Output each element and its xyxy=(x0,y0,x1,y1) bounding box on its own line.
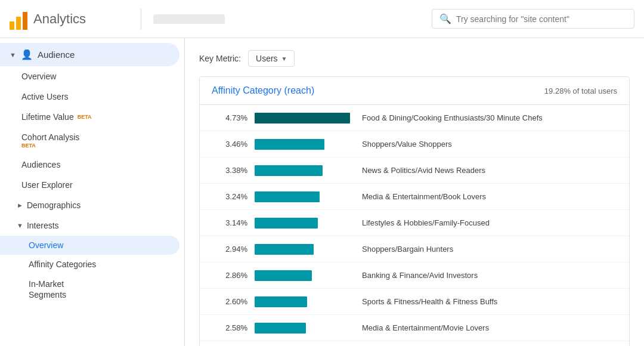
table-row: 2.86%Banking & Finance/Avid Investors xyxy=(200,262,629,289)
bar-fill xyxy=(255,270,312,281)
logo-area: Analytics xyxy=(10,8,129,30)
interests-label: Interests xyxy=(27,221,59,230)
content-area: Key Metric: Users ▼ Affinity Category (r… xyxy=(185,38,644,346)
key-metric-row: Key Metric: Users ▼ xyxy=(199,50,630,67)
sidebar-section-label: Audience xyxy=(38,50,75,60)
percent-value: 2.86% xyxy=(212,271,247,280)
percent-value: 3.14% xyxy=(212,218,247,227)
percent-value: 3.46% xyxy=(212,140,247,149)
table-title: Affinity Category (reach) xyxy=(212,85,544,96)
category-label: Lifestyles & Hobbies/Family-Focused xyxy=(362,218,617,227)
metric-value: Users xyxy=(256,54,278,63)
metric-dropdown[interactable]: Users ▼ xyxy=(248,50,295,67)
percent-value: 2.94% xyxy=(212,245,247,254)
search-bar[interactable]: 🔍 xyxy=(432,9,634,29)
demographics-label: Demographics xyxy=(27,200,80,210)
bar-container xyxy=(255,113,350,123)
bar-container xyxy=(255,244,350,255)
data-rows-container: 4.73%Food & Dining/Cooking Enthusiasts/3… xyxy=(200,105,629,346)
percent-value: 4.73% xyxy=(212,113,247,122)
logo-bar-3 xyxy=(23,12,27,30)
bar-container xyxy=(255,323,350,333)
category-label: Media & Entertainment/Movie Lovers xyxy=(362,323,617,332)
lifetime-value-beta-badge: BETA xyxy=(78,114,92,120)
affinity-table: Affinity Category (reach) 19.28% of tota… xyxy=(199,76,630,346)
percent-value: 2.58% xyxy=(212,323,247,332)
key-metric-label: Key Metric: xyxy=(199,54,241,63)
table-row: 2.58%Media & Entertainment/Movie Lovers xyxy=(200,315,629,341)
bar-container xyxy=(255,296,350,307)
sidebar-item-user-explorer[interactable]: User Explorer xyxy=(0,175,179,195)
category-label: Shoppers/Bargain Hunters xyxy=(362,245,617,254)
percent-value: 2.60% xyxy=(212,297,247,306)
chevron-down-icon-interests: ▼ xyxy=(17,222,23,229)
table-row: 2.52%Travel/Travel Buffs xyxy=(200,341,629,346)
bar-fill xyxy=(255,165,323,176)
bar-fill xyxy=(255,244,314,255)
sidebar-item-in-market-segments[interactable]: In-MarketSegments xyxy=(0,274,179,305)
bar-fill xyxy=(255,296,307,307)
category-label: Banking & Finance/Avid Investors xyxy=(362,271,617,280)
header-divider xyxy=(141,8,141,30)
search-icon: 🔍 xyxy=(439,13,451,24)
percent-value: 3.24% xyxy=(212,192,247,201)
bar-fill xyxy=(255,113,350,123)
header-tabs xyxy=(153,14,425,24)
bar-fill xyxy=(255,139,324,150)
table-row: 3.46%Shoppers/Value Shoppers xyxy=(200,131,629,157)
category-label: Sports & Fitness/Health & Fitness Buffs xyxy=(362,297,617,306)
bar-fill xyxy=(255,191,320,202)
table-row: 3.24%Media & Entertainment/Book Lovers xyxy=(200,184,629,210)
sidebar-item-active-users[interactable]: Active Users xyxy=(0,86,179,107)
chevron-down-icon: ▼ xyxy=(10,51,16,58)
sidebar-item-demographics[interactable]: ► Demographics xyxy=(0,195,179,215)
table-row: 4.73%Food & Dining/Cooking Enthusiasts/3… xyxy=(200,105,629,131)
main-layout: ▼ 👤 Audience Overview Active Users Lifet… xyxy=(0,38,644,346)
app-title: Analytics xyxy=(33,11,86,27)
dropdown-arrow-icon: ▼ xyxy=(281,55,287,62)
sidebar-item-affinity-categories[interactable]: Affinity Categories xyxy=(0,255,179,274)
category-label: News & Politics/Avid News Readers xyxy=(362,166,617,175)
bar-fill xyxy=(255,218,318,228)
sidebar-item-audiences[interactable]: Audiences xyxy=(0,155,179,175)
bar-fill xyxy=(255,323,306,333)
table-header: Affinity Category (reach) 19.28% of tota… xyxy=(200,77,629,105)
bar-container xyxy=(255,165,350,176)
sidebar-audience-section[interactable]: ▼ 👤 Audience xyxy=(0,43,179,66)
person-icon: 👤 xyxy=(21,49,33,60)
sidebar-item-overview[interactable]: Overview xyxy=(0,66,179,86)
category-label: Food & Dining/Cooking Enthusiasts/30 Min… xyxy=(362,113,617,122)
sidebar-item-interests[interactable]: ▼ Interests xyxy=(0,215,179,236)
cohort-analysis-label: Cohort Analysis xyxy=(21,132,79,142)
logo-bar-2 xyxy=(16,17,21,30)
lifetime-value-label: Lifetime Value xyxy=(21,112,74,122)
bar-container xyxy=(255,218,350,228)
app-header: Analytics 🔍 xyxy=(0,0,644,38)
bar-container xyxy=(255,270,350,281)
table-row: 2.94%Shoppers/Bargain Hunters xyxy=(200,236,629,262)
sidebar: ▼ 👤 Audience Overview Active Users Lifet… xyxy=(0,38,185,346)
logo-icon xyxy=(10,8,27,30)
sidebar-item-lifetime-value[interactable]: Lifetime Value BETA xyxy=(0,107,179,127)
table-row: 3.14%Lifestyles & Hobbies/Family-Focused xyxy=(200,210,629,236)
total-users-text: 19.28% of total users xyxy=(544,86,617,95)
sidebar-item-cohort-analysis[interactable]: Cohort Analysis BETA xyxy=(0,127,179,155)
logo-bar-1 xyxy=(10,21,14,30)
sidebar-item-interests-overview[interactable]: Overview xyxy=(0,236,179,255)
bar-container xyxy=(255,191,350,202)
search-input[interactable] xyxy=(456,14,627,24)
category-label: Media & Entertainment/Book Lovers xyxy=(362,192,617,201)
table-row: 2.60%Sports & Fitness/Health & Fitness B… xyxy=(200,289,629,315)
chevron-right-icon: ► xyxy=(17,202,23,209)
bar-container xyxy=(255,139,350,150)
category-label: Shoppers/Value Shoppers xyxy=(362,140,617,149)
table-row: 3.38%News & Politics/Avid News Readers xyxy=(200,157,629,184)
header-tab-1[interactable] xyxy=(153,14,225,24)
cohort-analysis-beta-badge: BETA xyxy=(21,143,170,149)
percent-value: 3.38% xyxy=(212,166,247,175)
